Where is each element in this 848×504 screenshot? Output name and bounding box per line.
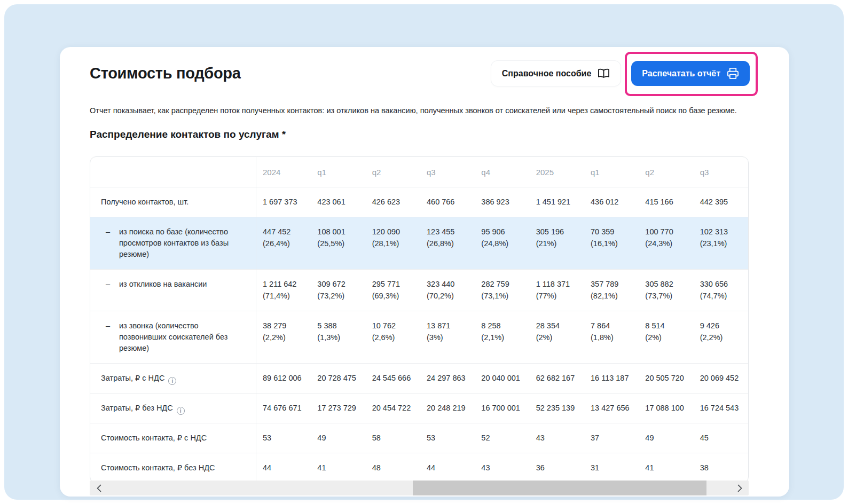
table-cell: 282 759(73,1%) — [475, 270, 529, 311]
table-cell: 44 — [420, 453, 475, 483]
table-cell: 38 — [694, 453, 748, 483]
cell-value: 20 728 475 — [317, 373, 363, 384]
table-cell: 295 771(69,3%) — [366, 270, 420, 311]
cell-value: 13 427 656 — [591, 403, 637, 414]
sub-row-dash: – — [106, 226, 119, 260]
cell-percent: (71,4%) — [263, 290, 309, 302]
scroll-right-arrow[interactable] — [733, 481, 747, 495]
table-cell: 16 724 543 — [694, 393, 748, 423]
row-label: Затраты, ₽ без НДСi — [101, 403, 247, 414]
cell-value: 436 012 — [591, 196, 637, 208]
scroll-left-arrow[interactable] — [92, 481, 106, 495]
table-cell: 41 — [311, 453, 365, 483]
table-cell: 43 — [530, 423, 584, 453]
row-label-cell: Стоимость контакта, ₽ с НДС — [90, 423, 256, 453]
table-cell: 24 545 666 — [366, 364, 420, 393]
cell-value: 423 061 — [317, 196, 363, 208]
cell-value: 16 724 543 — [700, 403, 746, 414]
cell-value: 28 354 — [536, 320, 582, 332]
table-cell: 16 113 187 — [584, 364, 639, 393]
cell-percent: (26,4%) — [263, 238, 309, 249]
table-row: –из откликов на вакансии1 211 642(71,4%)… — [90, 269, 748, 311]
table-header-empty-cell — [90, 157, 256, 187]
cell-value: 38 279 — [263, 320, 309, 332]
cell-value: 309 672 — [317, 279, 363, 290]
table-cell: 49 — [639, 423, 693, 453]
cell-value: 8 258 — [481, 320, 527, 332]
cell-value: 13 871 — [427, 320, 473, 332]
info-icon[interactable]: i — [177, 407, 185, 415]
table-cell: 1 697 373 — [256, 187, 311, 217]
table-cell: 426 623 — [366, 187, 420, 217]
row-label: из звонка (количество позвонивших соиска… — [119, 320, 247, 354]
table-cell: 62 682 167 — [530, 364, 584, 393]
cell-value: 20 069 452 — [700, 373, 746, 384]
cell-value: 120 090 — [372, 226, 418, 238]
cell-value: 282 759 — [481, 279, 527, 290]
table-cell: 1 118 371(77%) — [530, 270, 584, 311]
table-cell: 8 258(2,1%) — [475, 311, 529, 363]
cell-value: 95 906 — [481, 226, 527, 238]
table-column-header: q4 — [475, 157, 529, 187]
cell-value: 89 612 006 — [263, 373, 309, 384]
help-guide-button[interactable]: Справочное пособие — [491, 61, 621, 86]
cell-value: 100 770 — [645, 226, 691, 238]
page-title: Стоимость подбора — [90, 65, 241, 82]
cell-percent: (74,7%) — [700, 290, 746, 302]
table-cell: 13 427 656 — [584, 393, 639, 423]
table-cell: 74 676 671 — [256, 393, 311, 423]
cell-percent: (70,2%) — [427, 290, 473, 302]
table-cell: 20 505 720 — [639, 364, 693, 393]
cell-percent: (2%) — [536, 332, 582, 343]
cell-value: 426 623 — [372, 196, 418, 208]
table-cell: 24 297 863 — [420, 364, 475, 393]
cell-value: 323 440 — [427, 279, 473, 290]
cell-value: 357 789 — [591, 279, 637, 290]
cell-value: 8 514 — [645, 320, 691, 332]
cell-value: 41 — [317, 462, 363, 474]
table-column-header: q1 — [311, 157, 365, 187]
scrollbar-thumb[interactable] — [413, 481, 706, 495]
cell-value: 24 297 863 — [427, 373, 473, 384]
table-cell: 53 — [420, 423, 475, 453]
book-open-icon — [598, 67, 610, 80]
cell-value: 44 — [427, 462, 473, 474]
cell-value: 123 455 — [427, 226, 473, 238]
cell-value: 20 248 219 — [427, 403, 473, 414]
cell-value: 24 545 666 — [372, 373, 418, 384]
sub-row-dash: – — [106, 279, 119, 302]
cell-value: 20 454 722 — [372, 403, 418, 414]
cell-value: 305 196 — [536, 226, 582, 238]
cell-value: 386 923 — [481, 196, 527, 208]
cell-percent: (69,3%) — [372, 290, 418, 302]
print-report-button[interactable]: Распечатать отчёт — [631, 61, 750, 86]
cell-percent: (24,3%) — [645, 238, 691, 249]
help-guide-button-label: Справочное пособие — [502, 68, 591, 80]
cell-percent: (82,1%) — [591, 290, 637, 302]
table-row: Стоимость контакта, ₽ без НДС44414844433… — [90, 453, 748, 483]
table-cell: 37 — [584, 423, 639, 453]
info-icon[interactable]: i — [168, 377, 176, 385]
cell-value: 295 771 — [372, 279, 418, 290]
table-cell: 31 — [584, 453, 639, 483]
cell-value: 17 088 100 — [645, 403, 691, 414]
row-label-cell: –из откликов на вакансии — [90, 270, 256, 311]
cell-value: 43 — [481, 462, 527, 474]
cell-value: 52 235 139 — [536, 403, 582, 414]
table-column-header: q2 — [366, 157, 420, 187]
cell-value: 53 — [263, 432, 309, 444]
cell-percent: (73,2%) — [317, 290, 363, 302]
cell-percent: (2,6%) — [372, 332, 418, 343]
cell-value: 44 — [263, 462, 309, 474]
table-cell: 357 789(82,1%) — [584, 270, 639, 311]
cell-value: 17 273 729 — [317, 403, 363, 414]
section-title: Распределение контактов по услугам * — [90, 129, 759, 140]
table-cell: 58 — [366, 423, 420, 453]
table-cell: 52 235 139 — [530, 393, 584, 423]
row-label-cell: –из поиска по базе (количество просмотро… — [90, 217, 256, 269]
table-cell: 45 — [694, 423, 748, 453]
cell-value: 447 452 — [263, 226, 309, 238]
horizontal-scrollbar[interactable] — [90, 481, 749, 495]
table-cell: 43 — [475, 453, 529, 483]
table-cell: 7 864(1,8%) — [584, 311, 639, 363]
